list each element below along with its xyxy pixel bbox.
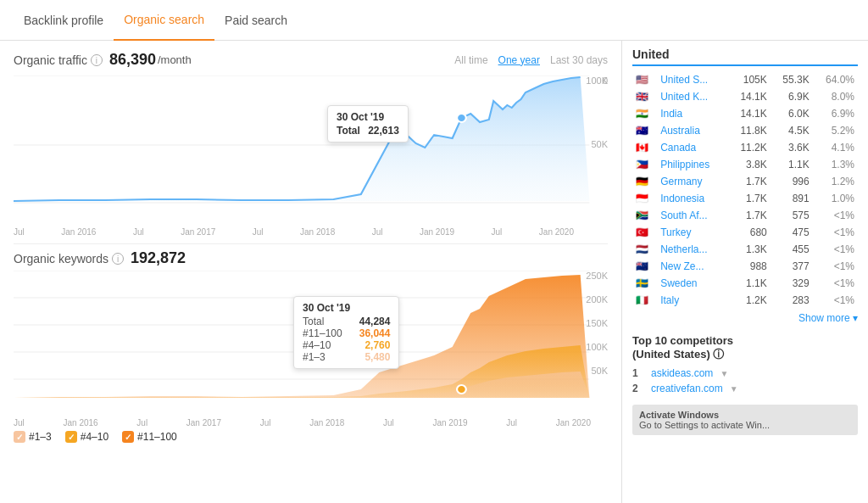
tooltip-value: 22,613 <box>368 125 399 137</box>
country-name[interactable]: Indonesia <box>657 190 728 207</box>
country-v1: 680 <box>728 224 771 241</box>
competitor-arrow: ▼ <box>720 369 728 378</box>
country-name[interactable]: Germany <box>657 173 728 190</box>
country-row: 🇳🇿 New Ze... 988 377 <1% <box>632 258 858 275</box>
traffic-tooltip: 30 Oct '19 Total 22,613 <box>327 105 409 143</box>
country-v2: 329 <box>771 275 813 292</box>
activate-title: Activate Windows <box>639 410 851 420</box>
country-pct: 4.1% <box>813 139 858 156</box>
country-v2: 55.3K <box>771 71 813 88</box>
country-flag: 🇦🇺 <box>632 122 657 139</box>
competitor-num: 1 <box>632 367 644 379</box>
competitor-link[interactable]: creativefan.com <box>651 383 723 394</box>
legend-item-4-10[interactable]: ✓ #4–10 <box>65 431 108 443</box>
activate-sub: Go to Settings to activate Win... <box>639 420 851 430</box>
country-v1: 988 <box>728 258 771 275</box>
legend-item-11-100[interactable]: ✓ #11–100 <box>122 431 177 443</box>
country-v2: 475 <box>771 224 813 241</box>
country-name[interactable]: Italy <box>657 292 728 309</box>
country-row: 🇳🇱 Netherla... 1.3K 455 <1% <box>632 241 858 258</box>
country-name[interactable]: South Af... <box>657 207 728 224</box>
country-row: 🇹🇷 Turkey 680 475 <1% <box>632 224 858 241</box>
legend-item-1-3[interactable]: ✓ #1–3 <box>14 431 52 443</box>
kw-tooltip-date: 30 Oct '19 <box>303 302 390 314</box>
country-v1: 14.1K <box>728 105 771 122</box>
country-flag: 🇹🇷 <box>632 224 657 241</box>
country-v1: 1.1K <box>728 275 771 292</box>
time-filter-alltime[interactable]: All time <box>454 54 487 66</box>
right-header-title: United <box>632 48 670 61</box>
country-flag: 🇿🇦 <box>632 207 657 224</box>
country-row: 🇵🇭 Philippines 3.8K 1.1K 1.3% <box>632 156 858 173</box>
right-panel: United 🇺🇸 United S... 105K 55.3K 64.0% 🇬… <box>622 41 868 503</box>
organic-traffic-label: Organic traffic <box>14 53 87 67</box>
country-name[interactable]: Australia <box>657 122 728 139</box>
keywords-tooltip: 30 Oct '19 Total 44,284 #11–100 36,044 #… <box>293 296 399 369</box>
kw-x-axis-labels: Jul Jan 2016 Jul Jan 2017 Jul Jan 2018 J… <box>14 418 591 428</box>
organic-keywords-value: 192,872 <box>131 249 186 267</box>
time-filter-last30[interactable]: Last 30 days <box>550 54 608 66</box>
country-pct: <1% <box>813 258 858 275</box>
country-name[interactable]: United K... <box>657 88 728 105</box>
organic-traffic-value: 86,390 <box>109 51 156 69</box>
organic-traffic-header: Organic traffic i 86,390 /month <box>14 51 192 69</box>
country-v2: 891 <box>771 190 813 207</box>
country-pct: <1% <box>813 207 858 224</box>
country-v2: 1.1K <box>771 156 813 173</box>
country-row: 🇸🇪 Sweden 1.1K 329 <1% <box>632 275 858 292</box>
country-v2: 3.6K <box>771 139 813 156</box>
competitors-title: Top 10 competitors (United States) ⓘ <box>632 334 858 362</box>
country-row: 🇮🇩 Indonesia 1.7K 891 1.0% <box>632 190 858 207</box>
country-flag: 🇮🇹 <box>632 292 657 309</box>
nav-item-backlink[interactable]: Backlink profile <box>14 0 114 41</box>
country-name[interactable]: Sweden <box>657 275 728 292</box>
organic-traffic-unit: /month <box>158 53 192 66</box>
country-pct: 5.2% <box>813 122 858 139</box>
country-v2: 4.5K <box>771 122 813 139</box>
country-name[interactable]: Philippines <box>657 156 728 173</box>
country-flag: 🇬🇧 <box>632 88 657 105</box>
country-pct: <1% <box>813 275 858 292</box>
competitors-section: Top 10 competitors (United States) ⓘ 1 a… <box>632 334 858 394</box>
traffic-chart-svg <box>14 75 608 215</box>
show-more-link[interactable]: Show more ▾ <box>632 312 858 324</box>
country-flag: 🇳🇿 <box>632 258 657 275</box>
country-flag: 🇳🇱 <box>632 241 657 258</box>
time-filter-oneyear[interactable]: One year <box>498 54 540 66</box>
nav-item-organic[interactable]: Organic search <box>114 0 214 41</box>
country-pct: 6.9% <box>813 105 858 122</box>
country-v2: 455 <box>771 241 813 258</box>
country-name[interactable]: Netherla... <box>657 241 728 258</box>
country-v1: 105K <box>728 71 771 88</box>
country-name[interactable]: India <box>657 105 728 122</box>
kw-y-axis-mid2: 150K <box>586 318 608 328</box>
organic-traffic-info-icon[interactable]: i <box>91 54 103 66</box>
competitor-num: 2 <box>632 383 644 394</box>
time-filters: All time One year Last 30 days <box>454 54 608 66</box>
country-pct: 8.0% <box>813 88 858 105</box>
nav-item-paid[interactable]: Paid search <box>214 0 298 41</box>
country-name[interactable]: Canada <box>657 139 728 156</box>
kw-y-axis-mid1: 200K <box>586 294 608 305</box>
organic-keywords-info-icon[interactable]: i <box>112 253 124 265</box>
country-row: 🇺🇸 United S... 105K 55.3K 64.0% <box>632 71 858 88</box>
country-flag: 🇮🇳 <box>632 105 657 122</box>
competitor-link[interactable]: askideas.com <box>651 367 713 379</box>
country-v1: 1.7K <box>728 207 771 224</box>
competitor-item: 1 askideas.com ▼ <box>632 367 858 379</box>
country-name[interactable]: United S... <box>657 71 728 88</box>
country-pct: 1.2% <box>813 173 858 190</box>
organic-keywords-section: Organic keywords i 192,872 250K 200K 150… <box>14 249 608 443</box>
country-table: 🇺🇸 United S... 105K 55.3K 64.0% 🇬🇧 Unite… <box>632 71 858 309</box>
country-v2: 377 <box>771 258 813 275</box>
legend-check-1-3: ✓ <box>14 431 25 443</box>
country-flag: 🇮🇩 <box>632 190 657 207</box>
organic-keywords-label: Organic keywords <box>14 252 108 265</box>
keywords-chart: 250K 200K 150K 100K 50K <box>14 271 608 428</box>
traffic-chart: 100K 50K 0 <box>14 75 608 237</box>
country-flag: 🇩🇪 <box>632 173 657 190</box>
country-v1: 1.7K <box>728 190 771 207</box>
country-name[interactable]: New Ze... <box>657 258 728 275</box>
legend-check-11-100: ✓ <box>122 431 134 443</box>
country-name[interactable]: Turkey <box>657 224 728 241</box>
